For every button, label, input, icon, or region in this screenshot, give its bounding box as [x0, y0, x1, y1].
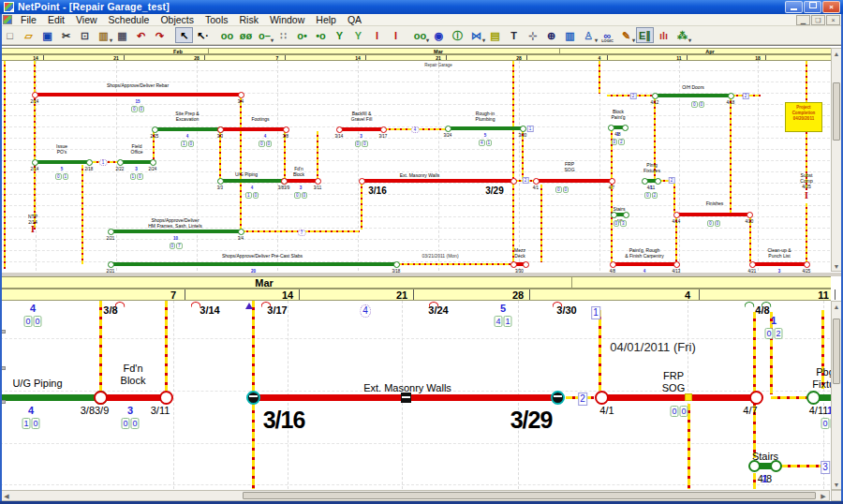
mdi-close-button[interactable]: × [826, 15, 840, 25]
activity-start-node-ext-masonry-walls[interactable] [359, 178, 365, 185]
activity-finish-node-ext-masonry-walls[interactable] [551, 391, 565, 405]
activity-drag-handle-ext-masonry-walls[interactable] [401, 393, 411, 403]
new-button[interactable]: □ [1, 27, 19, 43]
cut-button[interactable]: ✂ [57, 27, 75, 43]
logic-button[interactable]: ∞LOGIC [599, 27, 616, 43]
activity-bar-shops-rebar[interactable] [35, 93, 241, 96]
activity-bar-fdn-block[interactable] [100, 394, 166, 401]
add-activity-button[interactable]: o–o [256, 27, 274, 43]
activity-finish-node-rough-in-plumbing[interactable] [520, 126, 526, 132]
fork-button[interactable]: Y [331, 27, 348, 43]
menu-edit[interactable]: Edit [42, 14, 70, 26]
histogram-button[interactable]: ılı [655, 27, 673, 43]
open-button[interactable]: ▱ [20, 27, 37, 43]
activity-start-node-paintg-carpentry[interactable] [610, 261, 616, 268]
close-button[interactable]: × [822, 1, 840, 13]
activity-start-node-oh-doors[interactable] [652, 93, 658, 99]
activity-start-node-clean-up[interactable] [749, 261, 756, 268]
activity-start-node-ext-masonry-walls[interactable] [246, 391, 260, 405]
split-button[interactable]: •o [312, 27, 330, 43]
top-pane-vscrollbar-down-arrow[interactable]: ▼ [832, 263, 841, 270]
hscrollbar-right-arrow[interactable]: ▶ [820, 493, 827, 499]
activity-finish-node-clean-up[interactable] [804, 261, 810, 268]
activity-start-node-fdn-block[interactable] [281, 178, 288, 185]
activity-finish-node-paintg-carpentry[interactable] [673, 261, 680, 268]
menu-objects[interactable]: Objects [155, 14, 200, 26]
hscrollbar-thumb[interactable] [243, 492, 816, 499]
benchmark-button[interactable]: ◉ [430, 27, 448, 43]
title-bar[interactable]: NetPoint - [Repair Garage_test] × [0, 0, 843, 14]
hscrollbar-left-arrow[interactable]: ◀ [3, 493, 10, 499]
menu-window[interactable]: Window [264, 14, 310, 26]
activity-start-node-plmg-fixtures[interactable] [642, 178, 648, 185]
trace-button[interactable]: ⁂ [673, 27, 691, 43]
activity-finish-node-mezz-deck[interactable] [523, 261, 529, 268]
activity-finish-node-frp-sog[interactable] [609, 178, 615, 185]
menu-help[interactable]: Help [310, 14, 342, 26]
milestone-ntp[interactable]: I [31, 226, 35, 233]
paste-button[interactable]: ▥ [95, 27, 112, 43]
activity-finish-node-shops-hm-frames[interactable] [238, 229, 244, 235]
activity-start-node-ug-piping[interactable] [217, 178, 224, 185]
activity-finish-node-block-paintg[interactable] [622, 125, 629, 131]
redo-button[interactable]: ↷ [151, 27, 169, 43]
activity-bar-rough-in-plumbing[interactable] [448, 126, 523, 130]
print-button[interactable]: ▦ [113, 27, 131, 43]
activity-finish-node-shops-rebar[interactable] [238, 92, 244, 98]
pan-button[interactable]: ⊹ [524, 27, 541, 43]
activity-finish-node-backfill[interactable] [380, 126, 387, 133]
activity-finish-node-issue-pos[interactable] [86, 159, 93, 166]
resource-button[interactable]: ♙ [580, 27, 598, 43]
activity-finish-node-frp-sog[interactable] [749, 391, 763, 405]
activity-bar-issue-pos[interactable] [35, 160, 89, 164]
activity-start-node-backfill[interactable] [336, 126, 343, 133]
activity-start-node-issue-pos[interactable] [32, 159, 38, 166]
activity-start-node-frp-sog[interactable] [595, 391, 609, 405]
activity-bar-shops-precast[interactable] [111, 262, 396, 266]
activity-bar-oh-doors[interactable] [655, 94, 731, 97]
activity-start-node-pbg-fixtures[interactable] [806, 391, 821, 405]
activity-bar-paintg-carpentry[interactable] [613, 262, 676, 266]
activity-finish-node-fdn-block[interactable] [159, 391, 173, 405]
activity-finish-node-finishes[interactable] [747, 212, 753, 218]
activity-bar-finishes[interactable] [676, 213, 749, 216]
activity-start-node-site-prep[interactable] [152, 126, 158, 133]
activity-start-node-frp-sog[interactable] [533, 178, 540, 185]
activity-start-node-shops-precast[interactable] [108, 261, 114, 268]
undo-button[interactable]: ↶ [132, 27, 150, 43]
activity-start-node-fdn-block[interactable] [94, 391, 108, 405]
activity-finish-node-plmg-fixtures[interactable] [655, 178, 661, 185]
bottom-pane-vscrollbar-up-arrow[interactable]: ▲ [832, 304, 841, 310]
activity-start-node-shops-hm-frames[interactable] [108, 229, 114, 235]
project-completion-note[interactable]: ProjectCompletion04/20/2011 [785, 102, 822, 132]
activity-finish-node-shops-precast[interactable] [393, 261, 400, 268]
activity-start-node-footings[interactable] [217, 126, 224, 133]
menu-schedule[interactable]: Schedule [103, 14, 155, 26]
text-button[interactable]: T [505, 27, 523, 43]
activity-start-node-finishes[interactable] [673, 212, 680, 218]
mdi-minimize-button[interactable]: ▁ [796, 15, 810, 25]
early-dates-button[interactable]: E∥ [636, 27, 654, 43]
dissolve-button[interactable]: ∷ [274, 27, 292, 43]
menu-qa[interactable]: QA [342, 14, 367, 26]
activity-bar-backfill[interactable] [339, 127, 383, 131]
menu-risk[interactable]: Risk [234, 14, 264, 26]
add-link-button[interactable]: oo [218, 27, 236, 43]
columns-button[interactable]: ▥ [561, 27, 579, 43]
top-pane-vscrollbar-up-arrow[interactable]: ▲ [832, 51, 841, 57]
milestone-subst-comp[interactable]: I [805, 192, 808, 200]
activity-start-node-field-office[interactable] [117, 159, 124, 166]
activity-bar-fdn-block[interactable] [284, 179, 318, 183]
bottom-pane-vscrollbar-thumb[interactable] [833, 319, 840, 384]
menu-file[interactable]: File [15, 14, 42, 26]
fork-alt-button[interactable]: Y [349, 27, 367, 43]
activity-finish-node-footings[interactable] [283, 126, 289, 133]
minimize-button[interactable] [785, 1, 803, 13]
hscrollbar[interactable]: ◀▶ [0, 490, 830, 501]
activity-bar-field-office[interactable] [120, 160, 153, 164]
menu-view[interactable]: View [70, 14, 103, 26]
mdi-restore-button[interactable]: ❏ [811, 15, 825, 25]
activity-finish-node-fdn-block[interactable] [315, 178, 321, 185]
milestone-button[interactable]: I [368, 27, 386, 43]
zoom-button[interactable]: ⊕ [542, 27, 560, 43]
